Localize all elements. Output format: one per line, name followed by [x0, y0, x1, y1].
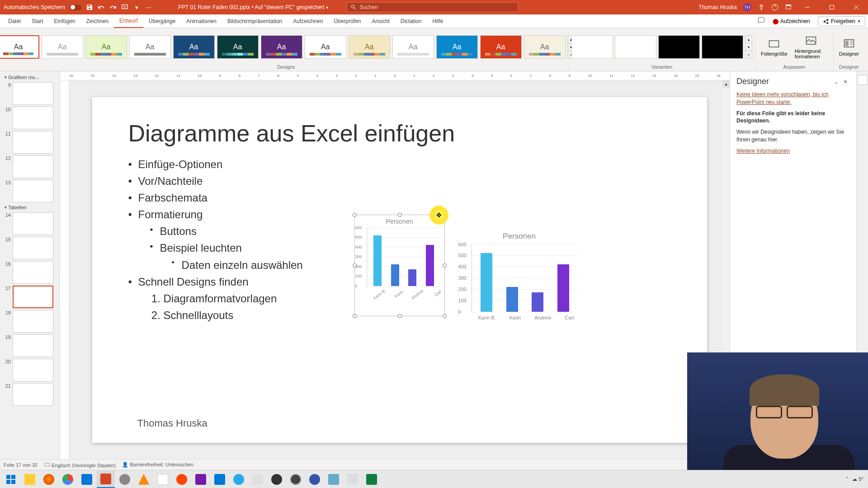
qat-more-icon[interactable]: ⋯: [145, 4, 152, 11]
theme-thumb[interactable]: Aa: [173, 35, 215, 59]
slide-thumbnail[interactable]: 9: [1, 81, 59, 106]
taskbar-vlc[interactable]: [135, 471, 153, 488]
theme-thumb[interactable]: Aa: [392, 35, 434, 59]
slide-thumbnail[interactable]: 14: [1, 211, 59, 236]
scroll-up-icon[interactable]: ▴: [722, 80, 730, 88]
chevron-down-icon[interactable]: ⌄: [832, 77, 841, 86]
coming-soon-icon[interactable]: [771, 4, 778, 11]
ribbon-tab-zeichnen[interactable]: Zeichnen: [81, 14, 114, 28]
slide-thumbnail-panel[interactable]: Grafiken mo...910111213Tabellen141516171…: [0, 71, 60, 459]
slide-thumbnail[interactable]: 11: [1, 130, 59, 155]
theme-thumb[interactable]: Aa: [261, 35, 302, 59]
selection-handle[interactable]: [443, 263, 447, 267]
record-button[interactable]: ⬤Aufzeichnen: [769, 17, 814, 26]
selection-handle[interactable]: [353, 213, 357, 217]
selection-handle[interactable]: [398, 213, 402, 217]
section-header[interactable]: Tabellen: [1, 203, 59, 211]
search-box[interactable]: Suchen: [346, 2, 518, 12]
variants-spinner[interactable]: ▴▾▿: [745, 35, 752, 59]
slide-thumbnail[interactable]: 18: [1, 309, 59, 333]
maximize-button[interactable]: [823, 0, 841, 14]
status-lang[interactable]: Englisch (Vereinigte Staaten): [44, 462, 116, 468]
variant-thumb[interactable]: [571, 35, 613, 59]
ribbon-tab-einfügen[interactable]: Einfügen: [48, 14, 80, 28]
theme-thumb[interactable]: Aa: [0, 35, 39, 59]
theme-thumb[interactable]: Aa: [480, 35, 522, 59]
taskbar-app[interactable]: [306, 471, 324, 488]
minimize-button[interactable]: [798, 0, 816, 14]
section-header[interactable]: Grafiken mo...: [1, 73, 59, 81]
slide-thumbnail[interactable]: 20: [1, 358, 59, 382]
slide-thumbnail[interactable]: 21: [1, 382, 59, 407]
ribbon-tab-entwurf[interactable]: Entwurf: [114, 14, 143, 28]
selection-handle[interactable]: [353, 263, 357, 267]
taskbar-vscode[interactable]: [211, 471, 229, 488]
format-background-button[interactable]: Hintergrund formatieren: [792, 34, 830, 60]
ribbon-tab-aufzeichnen[interactable]: Aufzeichnen: [288, 14, 328, 28]
undo-icon[interactable]: [98, 4, 105, 11]
theme-thumb[interactable]: Aa: [42, 35, 83, 59]
slideshow-start-icon[interactable]: [121, 4, 128, 11]
tray-weather[interactable]: ☁ 5°: [852, 476, 863, 482]
taskbar-app[interactable]: [325, 471, 343, 488]
chart-1[interactable]: Personen 0100200300400500600 Karin B.Kar…: [354, 215, 445, 316]
variant-thumb[interactable]: [658, 35, 700, 59]
close-panel-icon[interactable]: ✕: [841, 77, 850, 86]
slide-thumbnail[interactable]: 15: [1, 236, 59, 260]
theme-thumb[interactable]: Aa: [217, 35, 259, 59]
save-icon[interactable]: [86, 4, 93, 11]
ribbon-tab-hilfe[interactable]: Hilfe: [427, 14, 448, 28]
ribbon-tab-animationen[interactable]: Animationen: [181, 14, 222, 28]
taskbar-app[interactable]: [249, 471, 267, 488]
autosave-toggle[interactable]: [70, 5, 81, 10]
ribbon-tab-übergänge[interactable]: Übergänge: [143, 14, 181, 28]
taskbar-app[interactable]: [344, 471, 362, 488]
user-name[interactable]: Thomas Hruska: [698, 4, 737, 10]
redo-icon[interactable]: [109, 4, 117, 11]
slide-stage[interactable]: Diagramme aus Excel einfügen Einfüge-Opt…: [69, 80, 730, 459]
variant-thumb[interactable]: [702, 35, 743, 59]
selection-handle[interactable]: [353, 314, 357, 318]
taskbar-app[interactable]: [287, 471, 305, 488]
taskbar-powerpoint[interactable]: [97, 471, 115, 488]
ribbon-tab-überprüfen[interactable]: Überprüfen: [328, 14, 366, 28]
slide-thumbnail[interactable]: 17: [1, 285, 59, 309]
slide-size-button[interactable]: Foliengröße: [758, 37, 790, 57]
theme-thumb[interactable]: Aa: [524, 35, 566, 59]
theme-thumb[interactable]: Aa: [349, 35, 390, 59]
selection-handle[interactable]: [398, 314, 402, 318]
ribbon-tab-start[interactable]: Start: [26, 14, 48, 28]
taskbar-outlook[interactable]: [78, 471, 96, 488]
slide-thumbnail[interactable]: 19: [1, 333, 59, 358]
designer-ribbon-button[interactable]: Designer: [836, 37, 862, 57]
status-slide-pos[interactable]: Folie 17 von 32: [4, 462, 38, 468]
theme-gallery[interactable]: AaAaAaAaAaAaAaAaAaAaAaAaAa: [0, 35, 566, 59]
slide-thumbnail[interactable]: 16: [1, 260, 59, 285]
variants-gallery[interactable]: ▴▾▿: [571, 31, 752, 63]
ribbon-tab-bildschirmpräsentation[interactable]: Bildschirmpräsentation: [222, 14, 288, 28]
taskbar-app[interactable]: [116, 471, 134, 488]
taskbar-app[interactable]: [154, 471, 172, 488]
theme-thumb[interactable]: Aa: [129, 35, 171, 59]
tray-chevron-icon[interactable]: ˄: [846, 476, 849, 482]
taskbar-obs[interactable]: [268, 471, 286, 488]
diamond-icon[interactable]: [758, 4, 765, 11]
taskbar-onenote[interactable]: [192, 471, 210, 488]
slide-title[interactable]: Diagramme aus Excel einfügen: [128, 120, 671, 147]
collapsed-tool-icon[interactable]: [858, 75, 868, 85]
user-avatar[interactable]: TH: [743, 3, 751, 11]
theme-thumb[interactable]: Aa: [305, 35, 346, 59]
slide-thumbnail[interactable]: 10: [1, 106, 59, 130]
share-button[interactable]: Freigeben▾: [818, 16, 865, 26]
taskbar-excel[interactable]: [363, 471, 381, 488]
ribbon-tab-datei[interactable]: Datei: [3, 14, 26, 28]
status-accessibility[interactable]: 👤 Barrierefreiheit: Untersuchen: [122, 462, 193, 468]
doc-title-dropdown-icon[interactable]: ▾: [326, 5, 328, 10]
theme-thumb[interactable]: Aa: [436, 35, 478, 59]
theme-thumb[interactable]: Aa: [85, 35, 127, 59]
taskbar-chrome[interactable]: [59, 471, 77, 488]
start-button[interactable]: [2, 471, 20, 488]
taskbar-firefox[interactable]: [40, 471, 58, 488]
close-button[interactable]: [847, 0, 865, 14]
slide-thumbnail[interactable]: 13: [1, 179, 59, 203]
